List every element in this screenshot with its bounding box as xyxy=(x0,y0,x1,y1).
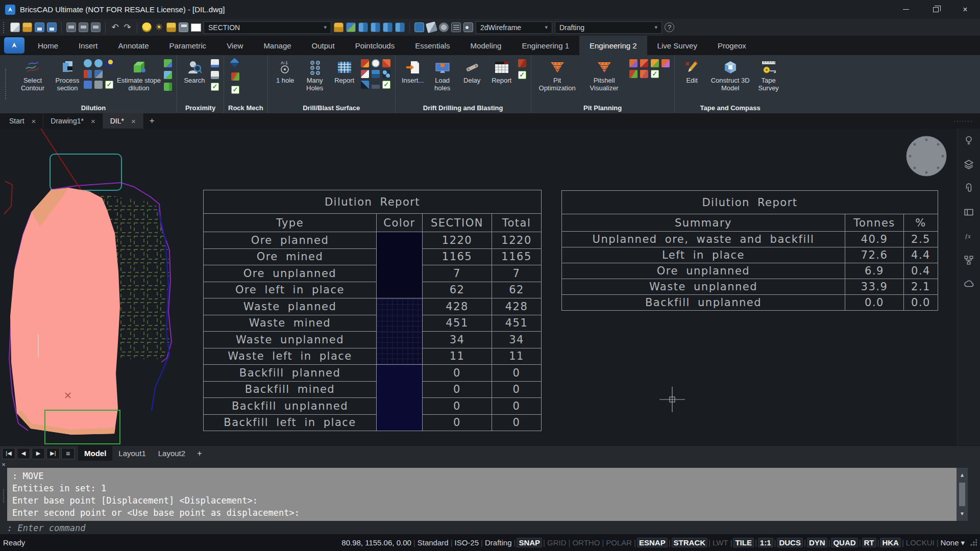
checkbox-icon[interactable]: ✓ xyxy=(518,71,526,79)
panel-icon[interactable] xyxy=(414,22,424,32)
visual-style-dropdown[interactable]: 2dWireframe ▾ xyxy=(476,21,552,34)
mini-icon[interactable] xyxy=(372,70,380,78)
mini-icon[interactable] xyxy=(382,59,390,67)
new-layout-button[interactable]: + xyxy=(193,449,206,458)
redo-icon[interactable]: ↷ xyxy=(122,22,132,32)
layout-nav-button-0[interactable]: |◀ xyxy=(2,448,15,459)
list-icon[interactable] xyxy=(451,22,461,32)
layout-menu-icon[interactable]: ≡ xyxy=(61,448,75,459)
status-1-1[interactable]: 1:1 xyxy=(758,538,773,547)
mini-icon[interactable] xyxy=(640,70,648,78)
command-panel-close-button[interactable]: × xyxy=(2,461,6,469)
document-tab-drawing1[interactable]: Drawing1*× xyxy=(43,113,103,129)
status-polar[interactable]: POLAR xyxy=(605,538,633,547)
construct-3d-model-button[interactable]: Construct 3D Model xyxy=(708,57,752,92)
structure-icon[interactable] xyxy=(963,255,974,266)
mini-icon[interactable] xyxy=(164,71,172,79)
current-color-swatch[interactable] xyxy=(191,23,201,32)
mini-icon[interactable] xyxy=(84,59,92,67)
save-icon[interactable] xyxy=(35,22,44,32)
status-grid[interactable]: GRID xyxy=(546,538,568,547)
document-tab-start[interactable]: Start× xyxy=(2,113,43,129)
search-button[interactable]: Search xyxy=(181,57,208,84)
mini-icon[interactable] xyxy=(211,71,219,79)
close-tab-icon[interactable]: × xyxy=(131,117,136,126)
insert-button[interactable]: Insert... xyxy=(400,57,426,84)
plot-icon[interactable] xyxy=(66,22,76,32)
mini-icon[interactable] xyxy=(94,59,103,67)
image-icon[interactable] xyxy=(463,22,473,32)
layout-tab-layout1[interactable]: Layout1 xyxy=(112,446,152,461)
checkbox-icon[interactable]: ✓ xyxy=(231,86,239,94)
drift-report-button[interactable]: Report xyxy=(488,57,515,84)
close-tab-icon[interactable]: × xyxy=(32,117,36,126)
resize-grip[interactable] xyxy=(970,539,977,546)
mini-icon[interactable] xyxy=(105,59,113,67)
mini-icon[interactable] xyxy=(372,81,380,89)
checkbox-icon[interactable]: ✓ xyxy=(382,81,390,89)
document-tab-dil[interactable]: DIL*× xyxy=(103,113,143,129)
edit-button[interactable]: Edit xyxy=(679,57,705,84)
undo-icon[interactable]: ↶ xyxy=(110,22,120,32)
status-snap[interactable]: SNAP xyxy=(517,538,542,547)
ribbon-tab-output[interactable]: Output xyxy=(302,36,345,55)
tape-survey-button[interactable]: Tape Survey xyxy=(755,57,782,92)
entity-icon-3[interactable] xyxy=(383,22,393,32)
save-as-icon[interactable] xyxy=(47,22,57,32)
mini-icon[interactable] xyxy=(372,59,380,67)
layout-nav-button-1[interactable]: ◀ xyxy=(17,448,30,459)
ribbon-tab-modeling[interactable]: Modeling xyxy=(460,36,512,55)
status-esnap[interactable]: ESNAP xyxy=(637,538,668,547)
select-contour-button[interactable]: Select Contour xyxy=(14,57,51,92)
ribbon-tab-view[interactable]: View xyxy=(216,36,253,55)
ribbon-tab-engineering-2[interactable]: Engineering 2 xyxy=(579,36,647,55)
ribbon-tab-insert[interactable]: Insert xyxy=(68,36,108,55)
scrollbar-thumb[interactable] xyxy=(959,483,965,506)
mini-icon[interactable] xyxy=(361,70,369,78)
status-iso-25[interactable]: ISO-25 xyxy=(454,538,480,547)
ribbon-tab-pointclouds[interactable]: Pointclouds xyxy=(345,36,405,55)
new-drawing-icon[interactable] xyxy=(10,22,20,32)
status-ortho[interactable]: ORTHO xyxy=(571,538,601,547)
ribbon-tab-parametric[interactable]: Parametric xyxy=(159,36,217,55)
mini-icon[interactable] xyxy=(518,59,526,67)
settings-gear-icon[interactable] xyxy=(439,22,449,32)
drawing-canvas[interactable]: Dilution ReportTypeColorSECTIONTotalOre … xyxy=(0,129,980,445)
surface-report-button[interactable]: Report xyxy=(331,57,358,84)
mini-icon[interactable] xyxy=(662,59,670,67)
entity-icon-4[interactable] xyxy=(395,22,405,32)
layer-dropdown[interactable]: SECTION ▾ xyxy=(204,21,331,34)
close-button[interactable]: × xyxy=(950,0,980,19)
scroll-down-icon[interactable]: ▼ xyxy=(961,508,964,520)
close-tab-icon[interactable]: × xyxy=(91,117,95,126)
mini-icon[interactable] xyxy=(94,81,103,89)
mini-icon[interactable] xyxy=(84,81,92,89)
ribbon-grip[interactable] xyxy=(5,69,8,99)
ribbon-tab-engineering-1[interactable]: Engineering 1 xyxy=(511,36,579,55)
help-icon[interactable]: ? xyxy=(665,22,674,32)
command-scrollbar[interactable]: ▲ ▼ xyxy=(957,468,968,521)
entity-icon-2[interactable] xyxy=(371,22,380,32)
materials-icon[interactable] xyxy=(166,22,176,32)
mini-icon[interactable] xyxy=(164,59,172,67)
layout-tab-model[interactable]: Model xyxy=(78,446,112,461)
panel-icon[interactable] xyxy=(963,207,974,218)
ribbon-tab-essentials[interactable]: Essentials xyxy=(405,36,460,55)
mini-icon[interactable] xyxy=(94,70,103,78)
status-dyn[interactable]: DYN xyxy=(807,538,827,547)
mini-icon[interactable] xyxy=(629,70,638,78)
workspace-dropdown[interactable]: Drafting ▾ xyxy=(555,21,662,34)
match-properties-icon[interactable] xyxy=(346,22,356,32)
process-section-button[interactable]: Process section xyxy=(54,57,81,92)
status-ducs[interactable]: DUCS xyxy=(777,538,803,547)
one-hole-button[interactable]: A-1 1 hole xyxy=(272,57,299,84)
mini-icon[interactable] xyxy=(629,59,638,67)
ribbon-tab-annotate[interactable]: Annotate xyxy=(108,36,159,55)
checkbox-icon[interactable]: ✓ xyxy=(651,70,659,78)
status-drafting[interactable]: Drafting xyxy=(484,538,513,547)
printer-icon[interactable] xyxy=(179,22,188,32)
entity-icon-1[interactable] xyxy=(358,22,368,32)
toolbar-grip[interactable] xyxy=(3,22,6,33)
mini-icon[interactable] xyxy=(164,83,172,91)
status-lwt[interactable]: LWT xyxy=(712,538,729,547)
